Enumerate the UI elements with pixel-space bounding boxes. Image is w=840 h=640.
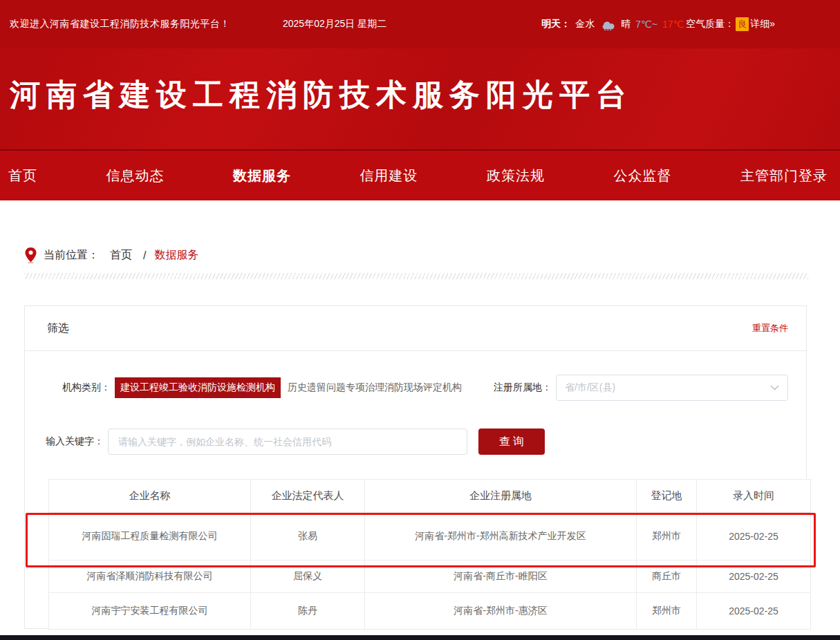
cell-company: 河南宇宁安装工程有限公司 bbox=[49, 593, 251, 630]
col-header-company: 企业名称 bbox=[49, 480, 251, 513]
col-header-record-place: 登记地 bbox=[637, 480, 697, 513]
table-row[interactable]: 河南省泽顺消防科技有限公司 屈保义 河南省-商丘市-睢阳区 商丘市 2025-0… bbox=[49, 561, 811, 593]
welcome-text: 欢迎进入河南省建设工程消防技术服务阳光平台！ bbox=[10, 18, 230, 30]
region-select[interactable]: 省/市/区(县) bbox=[556, 375, 788, 401]
cell-entry-date: 2025-02-25 bbox=[697, 561, 811, 593]
air-quality-badge: 良 bbox=[736, 17, 749, 31]
table-row[interactable]: 河南宇宁安装工程有限公司 陈丹 河南省-郑州市-惠济区 郑州市 2025-02-… bbox=[49, 593, 811, 630]
nav-item-data-service[interactable]: 数据服务 bbox=[233, 167, 291, 185]
cell-legal-rep: 张易 bbox=[251, 513, 365, 561]
category-tab-inactive[interactable]: 历史遗留问题专项治理消防现场评定机构 bbox=[288, 382, 462, 394]
filter-title: 筛选 bbox=[47, 321, 69, 336]
nav-item-admin-login[interactable]: 主管部门登录 bbox=[740, 167, 828, 185]
date-text: 2025年02月25日 星期二 bbox=[283, 18, 386, 30]
nav-item-home[interactable]: 首页 bbox=[8, 167, 37, 185]
nav-item-credit[interactable]: 信用建设 bbox=[360, 167, 418, 185]
temp-low: 7℃~ bbox=[635, 19, 657, 30]
breadcrumb-current-link[interactable]: 数据服务 bbox=[154, 248, 198, 263]
bottom-window-strip bbox=[0, 635, 840, 640]
cell-company: 河南省泽顺消防科技有限公司 bbox=[49, 561, 251, 593]
cell-registered-place: 河南省-郑州市-郑州高新技术产业开发区 bbox=[365, 513, 637, 561]
chevron-down-icon bbox=[770, 385, 779, 390]
cell-record-place: 郑州市 bbox=[637, 513, 697, 561]
breadcrumb-label: 当前位置： bbox=[44, 248, 99, 263]
temp-high: 17℃ bbox=[662, 19, 684, 30]
region-select-placeholder: 省/市/区(县) bbox=[565, 382, 770, 394]
breadcrumb-separator: / bbox=[143, 250, 146, 262]
cell-company: 河南固瑞工程质量检测有限公司 bbox=[49, 513, 251, 561]
results-table: 企业名称 企业法定代表人 企业注册属地 登记地 录入时间 河南固瑞工程质量检测有… bbox=[48, 479, 811, 630]
cell-registered-place: 河南省-商丘市-睢阳区 bbox=[365, 561, 637, 593]
col-header-legal-rep: 企业法定代表人 bbox=[251, 480, 365, 513]
keyword-input[interactable] bbox=[108, 429, 467, 455]
breadcrumb: 当前位置： 首页 / 数据服务 bbox=[25, 247, 840, 263]
reset-filters-link[interactable]: 重置条件 bbox=[752, 322, 788, 335]
search-button[interactable]: 查 询 bbox=[478, 429, 545, 455]
col-header-registered-place: 企业注册属地 bbox=[365, 480, 637, 513]
weather-widget: 明天： 金水 晴 7℃~ 17℃ 空气质量： 良 详细» bbox=[541, 17, 775, 31]
main-nav: 首页 信息动态 数据服务 信用建设 政策法规 公众监督 主管部门登录 bbox=[0, 149, 840, 200]
cell-legal-rep: 陈丹 bbox=[251, 593, 365, 630]
top-bar: 欢迎进入河南省建设工程消防技术服务阳光平台！ 2025年02月25日 星期二 明… bbox=[0, 0, 840, 48]
category-label: 机构类别： bbox=[62, 382, 111, 394]
site-title: 河南省建设工程消防技术服务阳光平台 bbox=[0, 48, 840, 115]
keyword-label: 输入关键字： bbox=[46, 435, 104, 448]
filter-panel: 筛选 重置条件 机构类别： 建设工程竣工验收消防设施检测机构 历史遗留问题专项治… bbox=[24, 305, 807, 629]
district-label: 金水 bbox=[575, 18, 595, 30]
condition-label: 晴 bbox=[621, 18, 631, 30]
region-label: 注册所属地： bbox=[494, 382, 552, 394]
cell-entry-date: 2025-02-25 bbox=[697, 593, 811, 630]
nav-item-supervision[interactable]: 公众监督 bbox=[614, 167, 672, 185]
weather-cloud-icon bbox=[599, 18, 616, 30]
air-quality-label: 空气质量： bbox=[686, 18, 734, 30]
nav-item-news[interactable]: 信息动态 bbox=[106, 167, 165, 185]
filter-panel-header: 筛选 重置条件 bbox=[25, 306, 806, 351]
nav-item-policy[interactable]: 政策法规 bbox=[487, 167, 545, 185]
cell-entry-date: 2025-02-25 bbox=[697, 513, 811, 561]
region-group: 注册所属地： 省/市/区(县) bbox=[494, 375, 788, 401]
filter-panel-body: 机构类别： 建设工程竣工验收消防设施检测机构 历史遗留问题专项治理消防现场评定机… bbox=[25, 351, 806, 630]
slash-divider bbox=[24, 273, 808, 279]
location-pin-icon bbox=[25, 247, 37, 263]
cell-registered-place: 河南省-郑州市-惠济区 bbox=[365, 593, 637, 630]
weather-detail-link[interactable]: 详细» bbox=[750, 18, 775, 30]
keyword-row: 输入关键字： 查 询 bbox=[46, 429, 788, 455]
table-header-row: 企业名称 企业法定代表人 企业注册属地 登记地 录入时间 bbox=[49, 480, 811, 513]
breadcrumb-home-link[interactable]: 首页 bbox=[110, 248, 132, 263]
tomorrow-label: 明天： bbox=[541, 18, 570, 30]
cell-legal-rep: 屈保义 bbox=[251, 561, 365, 593]
site-banner: 河南省建设工程消防技术服务阳光平台 bbox=[0, 48, 840, 149]
cell-record-place: 郑州市 bbox=[637, 593, 697, 630]
cell-record-place: 商丘市 bbox=[637, 561, 697, 593]
category-row: 机构类别： 建设工程竣工验收消防设施检测机构 历史遗留问题专项治理消防现场评定机… bbox=[46, 375, 788, 401]
table-row[interactable]: 河南固瑞工程质量检测有限公司 张易 河南省-郑州市-郑州高新技术产业开发区 郑州… bbox=[49, 513, 811, 561]
category-tab-active[interactable]: 建设工程竣工验收消防设施检测机构 bbox=[115, 377, 281, 398]
col-header-entry-date: 录入时间 bbox=[697, 480, 811, 513]
